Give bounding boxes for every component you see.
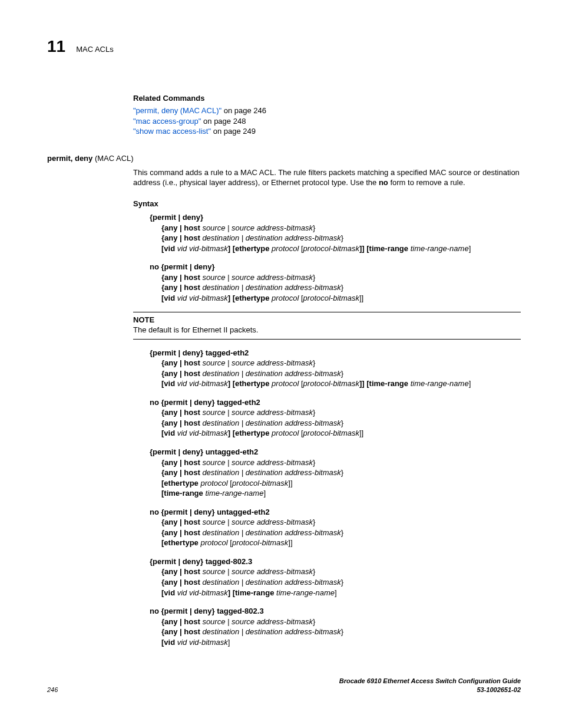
chapter-number: 11 bbox=[47, 35, 65, 58]
syntax-heading: Syntax bbox=[133, 199, 521, 209]
syntax-block-3: {permit | deny} tagged-eth2 {any | host … bbox=[150, 348, 521, 389]
page-header: 11 MAC ACLs bbox=[47, 35, 521, 58]
page-number: 246 bbox=[47, 686, 58, 694]
syntax-block-8: no {permit | deny} tagged-802.3 {any | h… bbox=[150, 606, 521, 647]
command-description: This command adds a rule to a MAC ACL. T… bbox=[133, 167, 521, 188]
related-commands-heading: Related Commands bbox=[133, 93, 521, 104]
syntax-block-4: no {permit | deny} tagged-eth2 {any | ho… bbox=[150, 397, 521, 439]
related-link-1: "permit, deny (MAC ACL)" on page 246 bbox=[133, 106, 521, 116]
link-show-mac-access-list[interactable]: "show mac access-list" bbox=[133, 127, 211, 136]
syntax-block-1: {permit | deny} {any | host source | sou… bbox=[150, 212, 521, 253]
chapter-title: MAC ACLs bbox=[76, 44, 114, 55]
related-link-2: "mac access-group" on page 248 bbox=[133, 116, 521, 127]
command-title: permit, deny (MAC ACL) bbox=[47, 153, 521, 164]
link-mac-access-group[interactable]: "mac access-group" bbox=[133, 117, 201, 126]
syntax-block-2: no {permit | deny} {any | host source | … bbox=[150, 262, 521, 303]
syntax-block-6: no {permit | deny} untagged-eth2 {any | … bbox=[150, 507, 521, 548]
footer-doc-info: Brocade 6910 Ethernet Access Switch Conf… bbox=[339, 677, 521, 694]
note-text: The default is for Ethernet II packets. bbox=[133, 325, 521, 335]
related-link-3: "show mac access-list" on page 249 bbox=[133, 126, 521, 137]
syntax-block-5: {permit | deny} untagged-eth2 {any | hos… bbox=[150, 447, 521, 499]
page-footer: 246 Brocade 6910 Ethernet Access Switch … bbox=[47, 677, 521, 694]
syntax-block-7: {permit | deny} tagged-802.3 {any | host… bbox=[150, 556, 521, 598]
note-box: NOTE The default is for Ethernet II pack… bbox=[133, 312, 521, 340]
link-permit-deny[interactable]: "permit, deny (MAC ACL)" bbox=[133, 106, 222, 115]
note-label: NOTE bbox=[133, 315, 521, 325]
